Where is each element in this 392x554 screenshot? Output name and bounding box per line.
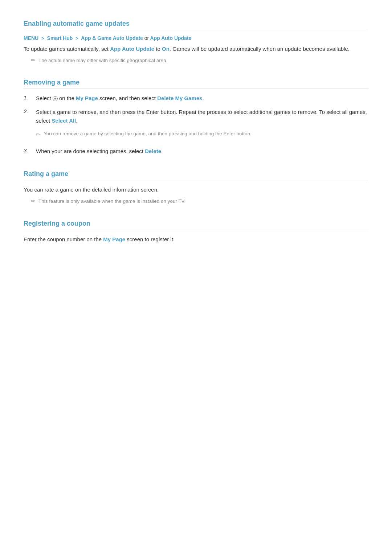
registering-body: Enter the coupon number on the My Page s… (24, 235, 368, 244)
removing-title: Removing a game (24, 79, 368, 89)
my-page-highlight-2: My Page (103, 236, 125, 242)
registering-body-after: screen to register it. (125, 236, 175, 242)
rating-note: ✏ This feature is only available when th… (31, 198, 368, 205)
nav-path: MENU > Smart Hub > App & Game Auto Updat… (24, 35, 368, 41)
pencil-icon: ✏ (31, 57, 36, 63)
step1-text-after: screen, and then select (98, 95, 157, 101)
rating-note-text: This feature is only available when the … (38, 198, 185, 205)
step-3-content: When your are done selecting games, sele… (36, 147, 368, 156)
pencil-icon-3: ✏ (31, 198, 36, 204)
step2-note: ✏ You can remove a game by selecting the… (36, 130, 368, 139)
on-highlight: On (162, 46, 170, 52)
app-auto-update-highlight: App Auto Update (110, 46, 154, 52)
enabling-body-end: . Games will be updated automatically wh… (170, 46, 350, 52)
registering-section: Registering a coupon Enter the coupon nu… (24, 220, 368, 244)
delete-highlight: Delete (145, 148, 161, 154)
enabling-body: To update games automatically, set App A… (24, 45, 368, 53)
list-item: 2. Select a game to remove, and then pre… (24, 108, 368, 142)
rating-title: Rating a game (24, 170, 368, 180)
registering-body-before: Enter the coupon number on the (24, 236, 103, 242)
list-item: 3. When your are done selecting games, s… (24, 147, 368, 156)
smart-hub-label: Smart Hub (47, 35, 73, 41)
enabling-title: Enabling automatic game updates (24, 20, 368, 30)
step2-text: Select a game to remove, and then press … (36, 108, 368, 125)
enabling-body-middle: to (154, 46, 162, 52)
or-label: or (144, 35, 149, 41)
select-all-highlight: Select All (52, 118, 76, 124)
chevron2: > (75, 36, 78, 41)
app-game-update-label: App & Game Auto Update (81, 35, 143, 41)
menu-label: MENU (24, 35, 38, 41)
step1-text-middle: on the (58, 95, 76, 101)
removing-section: Removing a game 1. Select on the My Page… (24, 79, 368, 156)
step3-text-before: When your are done selecting games, sele… (36, 148, 145, 154)
step1-text-end: . (202, 95, 204, 101)
enabling-body-text: To update games automatically, set (24, 46, 110, 52)
app-auto-update-nav-label: App Auto Update (150, 35, 192, 41)
my-page-highlight-1: My Page (76, 95, 98, 101)
rating-section: Rating a game You can rate a game on the… (24, 170, 368, 205)
removing-steps-list: 1. Select on the My Page screen, and the… (24, 94, 368, 156)
delete-my-games-highlight: Delete My Games (157, 95, 202, 101)
list-item: 1. Select on the My Page screen, and the… (24, 94, 368, 103)
step-1-content: Select on the My Page screen, and then s… (36, 94, 368, 103)
step-number-1: 1. (24, 94, 32, 100)
pencil-icon-2: ✏ (36, 130, 41, 139)
chevron1: > (41, 36, 44, 41)
enabling-section: Enabling automatic game updates MENU > S… (24, 20, 368, 64)
step1-text-before: Select (36, 95, 53, 101)
step-number-2: 2. (24, 108, 32, 114)
step-2-content: Select a game to remove, and then press … (36, 108, 368, 142)
settings-icon (53, 96, 58, 101)
enabling-note-text: The actual name may differ with specific… (38, 57, 167, 64)
registering-title: Registering a coupon (24, 220, 368, 230)
rating-body: You can rate a game on the detailed info… (24, 185, 368, 194)
step-number-3: 3. (24, 147, 32, 153)
enabling-note: ✏ The actual name may differ with specif… (31, 57, 368, 64)
step3-text-end: . (161, 148, 163, 154)
step2-note-text: You can remove a game by selecting the g… (44, 130, 252, 138)
